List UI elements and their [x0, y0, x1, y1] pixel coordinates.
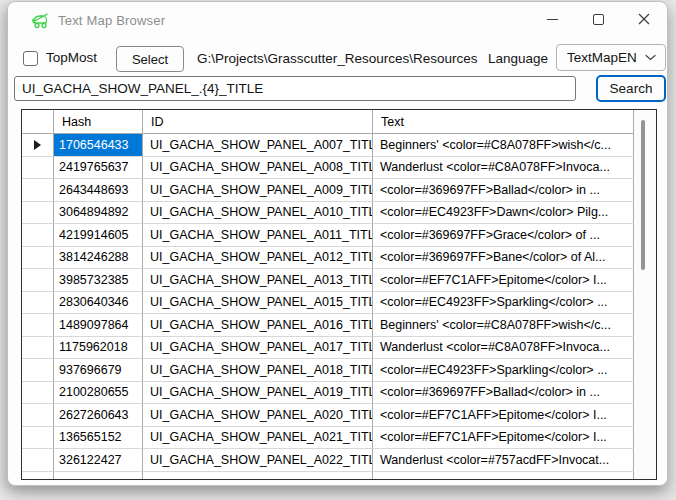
- hash-cell[interactable]: 937696679: [54, 359, 143, 382]
- id-cell[interactable]: UI_GACHA_SHOW_PANEL_A022_TITLE: [143, 449, 373, 472]
- results-grid: Hash ID Text 1706546433UI_GACHA_SHOW_PAN…: [21, 109, 657, 480]
- id-cell[interactable]: UI_GACHA_SHOW_PANEL_A021_TITLE: [143, 427, 373, 450]
- hash-cell[interactable]: 2100280655: [54, 382, 143, 405]
- hash-cell[interactable]: 136565152: [54, 427, 143, 450]
- resources-path: G:\Projects\Grasscutter_Resources\Resour…: [197, 51, 478, 66]
- hash-cell[interactable]: 1489097864: [54, 314, 143, 337]
- row-header-cell[interactable]: [22, 427, 54, 450]
- row-header-cell: [22, 472, 54, 480]
- vertical-scrollbar[interactable]: [634, 110, 656, 479]
- id-cell[interactable]: UI_GACHA_SHOW_PANEL_A010_TITLE: [143, 202, 373, 225]
- id-cell[interactable]: UI_GACHA_SHOW_PANEL_A012_TITLE: [143, 247, 373, 270]
- text-cell[interactable]: <color=#369697FF>Grace</color> of ...: [373, 224, 634, 247]
- text-cell[interactable]: Wanderlust <color=#757acdFF>Invocat...: [373, 449, 634, 472]
- row-header-cell[interactable]: [22, 202, 54, 225]
- table-row[interactable]: 2830640346UI_GACHA_SHOW_PANEL_A015_TITLE…: [22, 292, 634, 315]
- table-row[interactable]: 2627260643UI_GACHA_SHOW_PANEL_A020_TITLE…: [22, 404, 634, 427]
- hash-cell[interactable]: 3064894892: [54, 202, 143, 225]
- hash-cell[interactable]: 2419765637: [54, 157, 143, 180]
- row-header-cell[interactable]: [22, 179, 54, 202]
- row-header-cell[interactable]: [22, 449, 54, 472]
- search-button[interactable]: Search: [596, 75, 666, 102]
- row-header-cell[interactable]: [22, 224, 54, 247]
- id-cell[interactable]: UI_GACHA_SHOW_PANEL_A018_TITLE: [143, 359, 373, 382]
- column-header-id[interactable]: ID: [143, 110, 373, 134]
- row-header-cell[interactable]: [22, 314, 54, 337]
- row-header-cell[interactable]: [22, 134, 54, 157]
- table-row[interactable]: 3985732385UI_GACHA_SHOW_PANEL_A013_TITLE…: [22, 269, 634, 292]
- topmost-checkbox[interactable]: [23, 51, 38, 66]
- text-cell[interactable]: <color=#369697FF>Ballad</color> in ...: [373, 382, 634, 405]
- row-header-cell[interactable]: [22, 247, 54, 270]
- hash-cell[interactable]: 326122427: [54, 449, 143, 472]
- id-cell[interactable]: UI_GACHA_SHOW_PANEL_A007_TITLE: [143, 134, 373, 157]
- language-dropdown[interactable]: TextMapEN: [556, 44, 666, 71]
- id-cell[interactable]: UI_GACHA_SHOW_PANEL_A016_TITLE: [143, 314, 373, 337]
- app-window: Text Map Browser TopMost Select G:\Proje…: [7, 1, 668, 486]
- table-row[interactable]: 2100280655UI_GACHA_SHOW_PANEL_A019_TITLE…: [22, 382, 634, 405]
- text-cell[interactable]: Wanderlust <color=#C8A078FF>Invoca...: [373, 337, 634, 360]
- row-header-cell[interactable]: [22, 359, 54, 382]
- row-header-cell[interactable]: [22, 337, 54, 360]
- table-row[interactable]: 2643448693UI_GACHA_SHOW_PANEL_A009_TITLE…: [22, 179, 634, 202]
- text-cell[interactable]: <color=#369697FF>Ballad</color> in ...: [373, 179, 634, 202]
- table-row[interactable]: 4219914605UI_GACHA_SHOW_PANEL_A011_TITLE…: [22, 224, 634, 247]
- maximize-button[interactable]: [575, 2, 621, 36]
- hash-cell[interactable]: 2830640346: [54, 292, 143, 315]
- text-cell[interactable]: <color=#EF7C1AFF>Epitome</color> I...: [373, 427, 634, 450]
- row-indicator-header-cell: [22, 110, 54, 134]
- id-cell[interactable]: UI_GACHA_SHOW_PANEL_A013_TITLE: [143, 269, 373, 292]
- row-header-cell[interactable]: [22, 382, 54, 405]
- table-row[interactable]: 1489097864UI_GACHA_SHOW_PANEL_A016_TITLE…: [22, 314, 634, 337]
- search-input[interactable]: [14, 76, 576, 101]
- text-cell[interactable]: <color=#EF7C1AFF>Epitome</color> I...: [373, 269, 634, 292]
- topmost-label: TopMost: [46, 50, 97, 65]
- scrollbar-thumb[interactable]: [641, 120, 645, 270]
- table-row[interactable]: 3814246288UI_GACHA_SHOW_PANEL_A012_TITLE…: [22, 247, 634, 270]
- window-title: Text Map Browser: [58, 13, 165, 28]
- text-cell[interactable]: <color=#EC4923FF>Dawn</color> Pilg...: [373, 202, 634, 225]
- text-cell[interactable]: <color=#369697FF>Bane</color> of Al...: [373, 247, 634, 270]
- id-cell[interactable]: UI_GACHA_SHOW_PANEL_A019_TITLE: [143, 382, 373, 405]
- hash-cell[interactable]: 1175962018: [54, 337, 143, 360]
- maximize-icon: [593, 14, 604, 25]
- hash-cell[interactable]: 1706546433: [54, 134, 143, 157]
- close-button[interactable]: [621, 2, 667, 36]
- id-cell[interactable]: UI_GACHA_SHOW_PANEL_A011_TITLE: [143, 224, 373, 247]
- id-cell[interactable]: UI_GACHA_SHOW_PANEL_A009_TITLE: [143, 179, 373, 202]
- row-header-cell[interactable]: [22, 269, 54, 292]
- text-cell[interactable]: <color=#EC4923FF>Sparkling</color> ...: [373, 359, 634, 382]
- id-cell[interactable]: UI_GACHA_SHOW_PANEL_A017_TITLE: [143, 337, 373, 360]
- table-row[interactable]: 2419765637UI_GACHA_SHOW_PANEL_A008_TITLE…: [22, 157, 634, 180]
- table-row[interactable]: 326122427UI_GACHA_SHOW_PANEL_A022_TITLEW…: [22, 449, 634, 472]
- table-row[interactable]: 136565152UI_GACHA_SHOW_PANEL_A021_TITLE<…: [22, 427, 634, 450]
- table-row[interactable]: 3064894892UI_GACHA_SHOW_PANEL_A010_TITLE…: [22, 202, 634, 225]
- row-header-cell[interactable]: [22, 404, 54, 427]
- hash-cell[interactable]: 2627260643: [54, 404, 143, 427]
- column-header-text[interactable]: Text: [373, 110, 634, 134]
- select-button[interactable]: Select: [116, 46, 184, 72]
- hash-cell[interactable]: 3985732385: [54, 269, 143, 292]
- text-cell[interactable]: Beginners' <color=#C8A078FF>wish</c...: [373, 314, 634, 337]
- id-cell[interactable]: UI_GACHA_SHOW_PANEL_A008_TITLE: [143, 157, 373, 180]
- text-cell[interactable]: <color=#EC4923FF>Sparkling</color> ...: [373, 292, 634, 315]
- grid-header-row: Hash ID Text: [22, 110, 634, 134]
- hash-cell[interactable]: 2643448693: [54, 179, 143, 202]
- text-cell[interactable]: Wanderlust <color=#C8A078FF>Invoca...: [373, 157, 634, 180]
- minimize-button[interactable]: [529, 2, 575, 36]
- table-row-partial: [22, 472, 634, 480]
- column-header-hash[interactable]: Hash: [54, 110, 143, 134]
- hash-cell[interactable]: 3814246288: [54, 247, 143, 270]
- text-cell[interactable]: <color=#EF7C1AFF>Epitome</color> I...: [373, 404, 634, 427]
- table-row[interactable]: 1706546433UI_GACHA_SHOW_PANEL_A007_TITLE…: [22, 134, 634, 157]
- table-row[interactable]: 1175962018UI_GACHA_SHOW_PANEL_A017_TITLE…: [22, 337, 634, 360]
- language-selected-value: TextMapEN: [567, 50, 645, 65]
- id-cell[interactable]: UI_GACHA_SHOW_PANEL_A015_TITLE: [143, 292, 373, 315]
- text-cell[interactable]: Beginners' <color=#C8A078FF>wish</c...: [373, 134, 634, 157]
- row-header-cell[interactable]: [22, 157, 54, 180]
- id-cell[interactable]: UI_GACHA_SHOW_PANEL_A020_TITLE: [143, 404, 373, 427]
- table-row[interactable]: 937696679UI_GACHA_SHOW_PANEL_A018_TITLE<…: [22, 359, 634, 382]
- grid-body: 1706546433UI_GACHA_SHOW_PANEL_A007_TITLE…: [22, 134, 634, 479]
- hash-cell[interactable]: 4219914605: [54, 224, 143, 247]
- row-header-cell[interactable]: [22, 292, 54, 315]
